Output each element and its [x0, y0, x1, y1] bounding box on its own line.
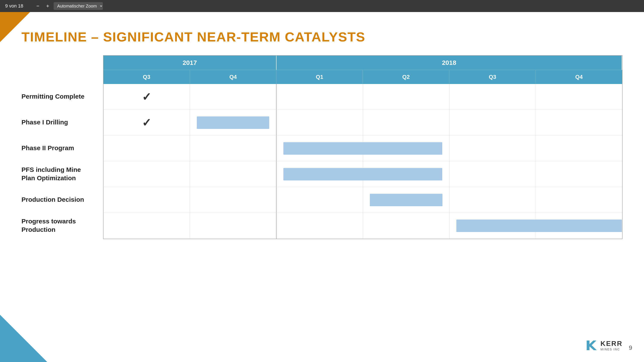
bar-row3 [283, 142, 442, 155]
gantt-cell-5-q3b [450, 187, 536, 213]
gantt-labels: Permitting Complete Phase I Drilling Pha… [22, 55, 103, 239]
gantt-data-area: ✓ ✓ [104, 84, 622, 239]
checkmark-row2: ✓ [142, 116, 151, 129]
bar-row6 [456, 220, 622, 232]
gantt-row-5 [104, 187, 622, 213]
label-5: Production Decision [22, 196, 84, 203]
label-1: Permitting Complete [22, 93, 84, 100]
page-current: 9 [5, 3, 8, 9]
logo-sub: MINES INC [600, 347, 622, 351]
svg-marker-0 [0, 315, 47, 362]
gantt-cell-1-q4 [190, 84, 277, 110]
quarter-q4-2018: Q4 [536, 70, 622, 84]
gantt-row-3 [104, 136, 622, 161]
page-indicator: 9 von 18 [5, 3, 23, 9]
gantt-cell-2-q3: ✓ [104, 110, 190, 135]
gantt-wrapper: Permitting Complete Phase I Drilling Pha… [22, 55, 622, 239]
gantt-cell-4-q1 [276, 161, 363, 187]
gantt-cell-2-q4 [190, 110, 277, 135]
gantt-label-row-5: Production Decision [22, 187, 103, 212]
gantt-cell-4-q3 [104, 161, 190, 187]
quarter-q3-2018: Q3 [449, 70, 536, 84]
logo-area: KERR MINES INC [586, 339, 622, 351]
quarter-q4-2017: Q4 [190, 70, 276, 84]
bar-row5 [370, 194, 442, 206]
gantt-row-2: ✓ [104, 110, 622, 136]
gantt-cell-5-q1 [276, 187, 363, 213]
gantt-cell-1-q2 [363, 84, 450, 110]
gantt-cell-1-q4b [536, 84, 622, 110]
page-number: 9 [629, 344, 632, 351]
svg-marker-1 [587, 340, 597, 350]
gantt-label-row-2: Phase I Drilling [22, 109, 103, 135]
gantt-cell-5-q2 [363, 187, 450, 213]
gantt-cell-3-q3 [104, 136, 190, 161]
gantt-cell-2-q1 [276, 110, 363, 135]
gantt-cell-1-q3: ✓ [104, 84, 190, 110]
gantt-cell-1-q1 [276, 84, 363, 110]
gantt-cell-5-q4b [536, 187, 622, 213]
corner-triangle-bottom [0, 315, 47, 362]
bar-row4 [283, 168, 442, 180]
gantt-cell-2-q2 [363, 110, 450, 135]
gantt-cell-1-q3b [450, 84, 536, 110]
gantt-cell-4-q4b [536, 161, 622, 187]
gantt-cell-2-q4b [536, 110, 622, 135]
gantt-cell-2-q3b [450, 110, 536, 135]
gantt-label-row-1: Permitting Complete [22, 84, 103, 109]
gantt-cell-4-q3b [450, 161, 536, 187]
gantt-row-1: ✓ [104, 84, 622, 110]
zoom-select[interactable]: Automatischer Zoom [54, 2, 103, 10]
browser-bar: 9 von 18 − + Automatischer Zoom [0, 0, 644, 12]
zoom-controls: − + Automatischer Zoom [34, 2, 103, 10]
logo-name: KERR [600, 340, 622, 347]
kerr-logo-icon [586, 339, 598, 351]
gantt-cell-3-q4b [536, 136, 622, 161]
corner-triangle-top [0, 12, 30, 42]
zoom-in-button[interactable]: + [44, 2, 52, 10]
year-2018-cell: 2018 [276, 56, 622, 70]
gantt-cell-6-q4 [190, 213, 277, 239]
zoom-out-button[interactable]: − [34, 2, 42, 10]
bar-row2 [197, 116, 269, 129]
label-6: Progress towardsProduction [22, 217, 76, 234]
gantt-year-header: 2017 2018 [104, 56, 622, 70]
gantt-quarter-header: Q3 Q4 Q1 Q2 Q3 Q4 [104, 70, 622, 84]
gantt-cell-5-q3 [104, 187, 190, 213]
gantt-row-6 [104, 213, 622, 239]
gantt-row-4 [104, 161, 622, 187]
quarter-q1-2018: Q1 [276, 70, 363, 84]
logo-text: KERR MINES INC [600, 340, 622, 351]
gantt-cell-5-q4 [190, 187, 277, 213]
gantt-cell-3-q3b [450, 136, 536, 161]
gantt-cell-6-q3 [104, 213, 190, 239]
label-3: Phase II Program [22, 144, 74, 152]
checkmark-row1: ✓ [142, 91, 151, 103]
gantt-cell-6-q1 [276, 213, 363, 239]
label-2: Phase I Drilling [22, 119, 68, 126]
year-2017-cell: 2017 [104, 56, 276, 70]
slide-container: TIMELINE – SIGNIFICANT NEAR-TERM CATALYS… [0, 12, 644, 362]
quarter-q3-2017: Q3 [104, 70, 190, 84]
quarter-q2-2018: Q2 [363, 70, 449, 84]
gantt-cell-6-q2 [363, 213, 450, 239]
slide-title: TIMELINE – SIGNIFICANT NEAR-TERM CATALYS… [22, 29, 622, 45]
label-4: PFS including MinePlan Optimization [22, 165, 81, 182]
gantt-cell-4-q4 [190, 161, 277, 187]
gantt-label-row-3: Phase II Program [22, 135, 103, 161]
gantt-label-row-6: Progress towardsProduction [22, 212, 103, 238]
gantt-cell-6-q3b [450, 213, 536, 239]
page-total: von 18 [9, 3, 23, 9]
gantt-cell-3-q1 [276, 136, 363, 161]
gantt-cell-3-q4 [190, 136, 277, 161]
gantt-label-row-4: PFS including MinePlan Optimization [22, 161, 103, 187]
gantt-chart: 2017 2018 Q3 Q4 Q1 Q2 Q3 Q4 ✓ [103, 55, 622, 239]
